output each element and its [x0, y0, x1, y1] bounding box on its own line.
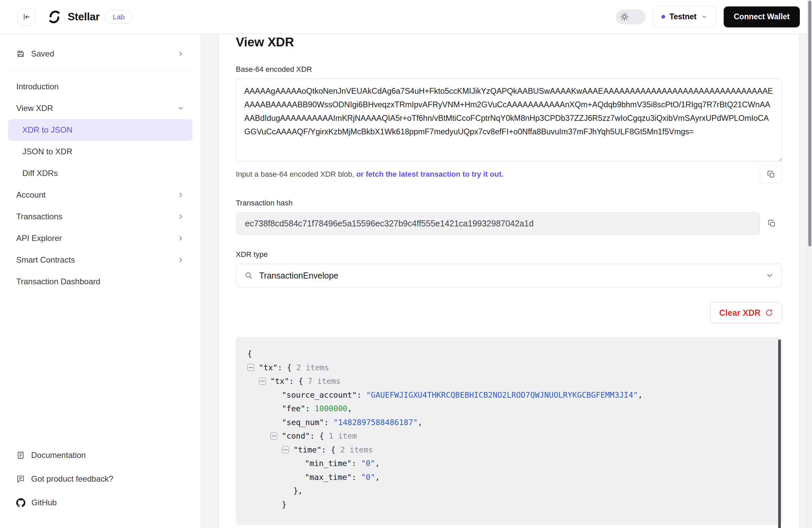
github-icon [16, 498, 25, 508]
network-selector[interactable]: Testnet [653, 6, 716, 27]
sidebar-item-account[interactable]: Account [8, 184, 192, 206]
sidebar-item-label: Transactions [16, 212, 177, 222]
collapse-sidebar-icon [22, 13, 31, 21]
json-line: "tx": { 7 items [247, 374, 767, 388]
sidebar-item-feedback[interactable]: Got product feedback? [8, 467, 192, 491]
page-scrollbar-thumb[interactable] [808, 1, 811, 246]
feedback-icon [16, 474, 25, 483]
theme-toggle[interactable] [616, 10, 646, 24]
sidebar: Saved Introduction View XDR XDR to JSON … [0, 34, 201, 528]
json-line: { [247, 347, 767, 361]
chevron-down-icon [177, 104, 184, 112]
saved-icon [16, 49, 25, 58]
brand-name: Stellar [68, 11, 100, 23]
sidebar-footer: Documentation Got product feedback? GitH… [8, 443, 192, 514]
sidebar-item-github[interactable]: GitHub [8, 491, 192, 514]
xdr-type-value: TransactionEnvelope [259, 271, 759, 281]
sidebar-item-label: Documentation [31, 451, 184, 460]
json-line: "min_time": "0", [247, 457, 767, 470]
sidebar-item-documentation[interactable]: Documentation [8, 443, 192, 467]
chevron-right-icon [177, 256, 184, 264]
json-viewer: {"tx": { 2 items"tx": { 7 items"source_a… [236, 337, 782, 525]
sidebar-item-view-xdr[interactable]: View XDR [8, 98, 192, 119]
sidebar-item-label: Introduction [16, 82, 184, 91]
copy-hash-button[interactable] [761, 213, 782, 234]
xdr-input-label: Base-64 encoded XDR [236, 65, 782, 74]
json-line: "seq_num": "1482897588486187", [247, 416, 767, 429]
connect-wallet-button[interactable]: Connect Wallet [724, 6, 800, 27]
sidebar-collapse-button[interactable] [18, 8, 35, 26]
sidebar-item-label: Account [16, 190, 177, 200]
sidebar-item-transactions[interactable]: Transactions [8, 206, 192, 227]
chevron-down-icon [701, 14, 708, 20]
sun-icon [620, 12, 629, 21]
json-line: } [247, 498, 767, 512]
sidebar-item-introduction[interactable]: Introduction [8, 76, 192, 98]
tx-hash-value[interactable] [236, 212, 760, 234]
json-viewer-code: {"tx": { 2 items"tx": { 7 items"source_a… [247, 347, 767, 511]
sidebar-item-label: XDR to JSON [22, 125, 184, 135]
lab-badge: Lab [105, 10, 132, 24]
json-line: "tx": { 2 items [247, 361, 767, 375]
sidebar-item-label: Transaction Dashboard [16, 277, 184, 286]
main-content: View XDR Base-64 encoded XDR AAAAAgAAAAA… [201, 0, 812, 528]
sidebar-item-label: GitHub [31, 498, 184, 508]
sidebar-item-diff-xdrs[interactable]: Diff XDRs [8, 162, 192, 184]
copy-xdr-button[interactable] [760, 166, 782, 183]
sidebar-item-label: Saved [31, 49, 171, 59]
json-viewer-scrollbar[interactable] [778, 340, 781, 528]
sidebar-item-label: View XDR [16, 103, 177, 113]
sidebar-item-label: API Explorer [16, 233, 177, 243]
sidebar-item-label: JSON to XDR [22, 147, 184, 156]
copy-icon [768, 219, 776, 228]
json-line: "cond": { 1 item [247, 429, 767, 443]
chevron-down-icon [766, 271, 774, 280]
clear-xdr-button[interactable]: Clear XDR [710, 302, 782, 323]
sidebar-item-label: Diff XDRs [22, 169, 184, 178]
documentation-icon [16, 451, 25, 460]
copy-icon [767, 170, 775, 179]
sidebar-item-label: Got product feedback? [31, 474, 184, 484]
sidebar-item-transaction-dashboard[interactable]: Transaction Dashboard [8, 271, 192, 292]
sidebar-divider [10, 70, 191, 70]
json-line: "time": { 2 items [247, 443, 767, 457]
tx-hash-label: Transaction hash [236, 199, 782, 208]
json-line: "fee": 1000000, [247, 402, 767, 416]
network-status-dot [662, 15, 665, 19]
collapse-toggle-icon[interactable] [259, 378, 266, 385]
view-xdr-card: View XDR Base-64 encoded XDR AAAAAgAAAAA… [219, 17, 799, 528]
chevron-right-icon [177, 213, 184, 220]
json-line: "source_account": "GAUEFWJIGXU4THKRCQBEB… [247, 388, 767, 402]
header: Stellar Lab Testnet Connect Wallet [0, 0, 812, 34]
sidebar-item-label: Smart Contracts [16, 255, 177, 265]
fetch-latest-transaction-link[interactable]: or fetch the latest transaction to try i… [356, 170, 504, 179]
sidebar-item-api-explorer[interactable]: API Explorer [8, 227, 192, 249]
xdr-helper-text: Input a base-64 encoded XDR blob, or fet… [236, 170, 504, 179]
xdr-type-label: XDR type [236, 250, 782, 259]
search-icon [244, 271, 253, 280]
collapse-toggle-icon[interactable] [270, 432, 277, 440]
chevron-right-icon [177, 234, 184, 242]
chevron-right-icon [177, 191, 184, 199]
chevron-right-icon [177, 50, 184, 58]
json-line: "max_time": "0", [247, 470, 767, 484]
page-scrollbar[interactable] [807, 0, 812, 528]
sidebar-item-smart-contracts[interactable]: Smart Contracts [8, 249, 192, 271]
page-title: View XDR [236, 35, 782, 49]
json-line: }, [247, 484, 767, 498]
collapse-toggle-icon[interactable] [247, 364, 255, 371]
refresh-icon [765, 309, 773, 317]
sidebar-item-saved[interactable]: Saved [8, 43, 192, 65]
sidebar-item-xdr-to-json[interactable]: XDR to JSON [8, 119, 192, 141]
collapse-toggle-icon[interactable] [282, 446, 289, 453]
xdr-input[interactable]: AAAAAgAAAAAoQtkoNenJnVEUAkCdAg6a7S4uH+Fk… [236, 79, 782, 161]
network-label: Testnet [670, 12, 697, 21]
xdr-type-select[interactable]: TransactionEnvelope [236, 264, 782, 287]
sidebar-item-json-to-xdr[interactable]: JSON to XDR [8, 141, 192, 162]
brand[interactable]: Stellar Lab [47, 9, 132, 25]
stellar-logo [47, 9, 62, 25]
